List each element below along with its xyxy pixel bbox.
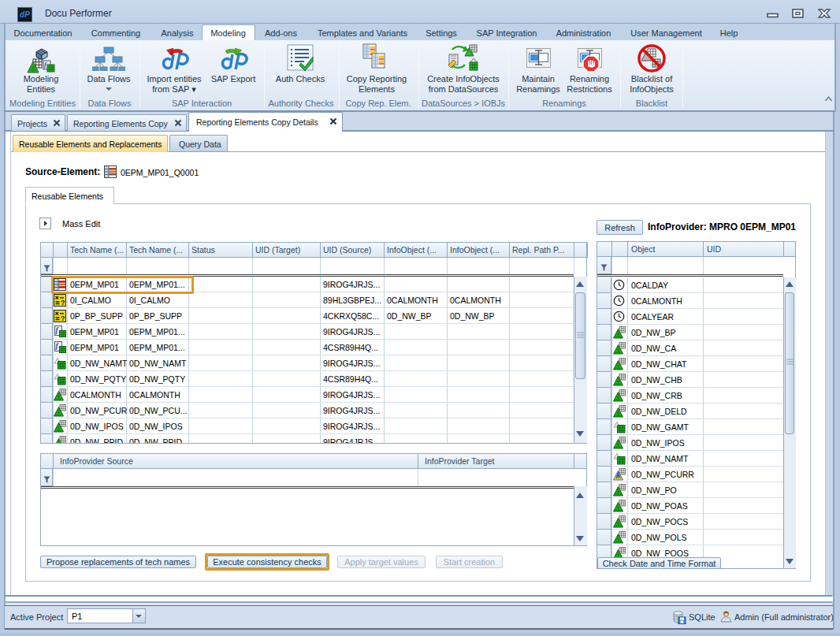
svg-text:?: ? — [61, 299, 65, 307]
svg-text:dP: dP — [20, 10, 30, 19]
svg-text:?: ? — [61, 314, 65, 322]
